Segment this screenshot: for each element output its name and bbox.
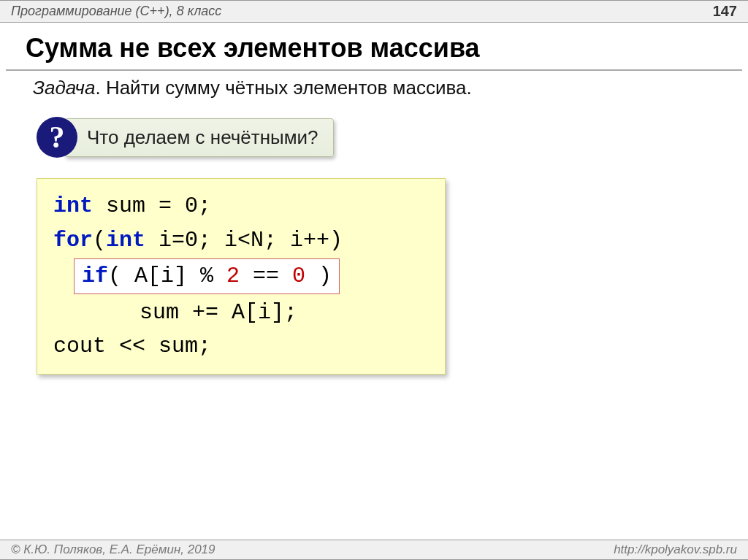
header-left: Программирование (C++), 8 класс: [11, 4, 221, 19]
task-line: Задача. Найти сумму чётных элементов мас…: [0, 71, 748, 105]
question-icon: ?: [37, 117, 77, 158]
hint-row: ? Что делаем с нечётными?: [37, 117, 748, 158]
code-line-4: sum += A[i];: [53, 296, 432, 330]
footer-left: © К.Ю. Поляков, Е.А. Ерёмин, 2019: [11, 542, 215, 557]
slide-footer: © К.Ю. Поляков, Е.А. Ерёмин, 2019 http:/…: [0, 540, 748, 560]
slide-header: Программирование (C++), 8 класс 147: [0, 0, 748, 23]
code-block: int sum = 0; for(int i=0; i<N; i++) if( …: [37, 178, 446, 375]
code-line-5: cout << sum;: [53, 329, 432, 364]
page-number: 147: [713, 3, 737, 20]
slide-title: Сумма не всех элементов массива: [0, 23, 748, 69]
task-label: Задача: [33, 77, 95, 99]
code-line-1: int sum = 0;: [53, 189, 432, 223]
highlighted-condition: if( A[i] % 2 == 0 ): [74, 258, 340, 294]
code-line-2: for(int i=0; i<N; i++): [53, 223, 432, 258]
footer-right: http://kpolyakov.spb.ru: [614, 542, 737, 557]
hint-box: Что делаем с нечётными?: [64, 118, 334, 157]
task-text: . Найти сумму чётных элементов массива.: [95, 77, 471, 99]
